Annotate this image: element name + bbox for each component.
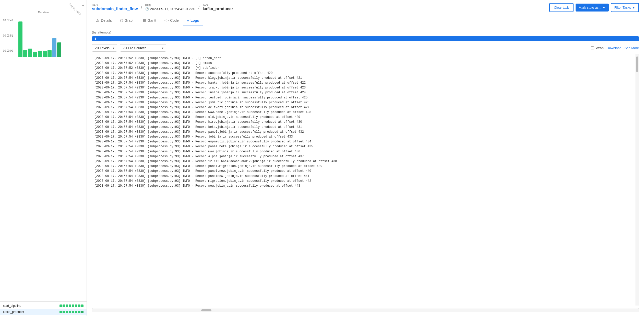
log-line: [2023-09-17, 20:57:54 +0330] {subprocess… — [94, 169, 637, 174]
bar-segment — [38, 51, 42, 57]
tab-graph-label: Graph — [125, 18, 135, 22]
y-label-mid: 00:03:51 — [3, 34, 13, 37]
bar-segment — [43, 51, 47, 57]
header-actions: Clear task Mark state as... ▼ Filter Tas… — [549, 3, 639, 12]
log-line: [2023-09-17, 20:57:54 +0330] {subprocess… — [94, 71, 637, 76]
mark-state-button[interactable]: Mark state as... ▼ — [576, 4, 609, 12]
dag-value[interactable]: subdomain_finder_flow — [92, 7, 138, 11]
bar-segment — [28, 49, 32, 57]
log-line: [2023-09-17, 20:57:54 +0330] {subprocess… — [94, 139, 637, 144]
log-line: [2023-09-17, 20:57:54 +0330] {subprocess… — [94, 85, 637, 90]
log-line: [2023-09-17, 20:57:54 +0330] {subprocess… — [94, 130, 637, 134]
status-dot — [63, 311, 65, 313]
levels-select-wrapper: All Levels — [92, 44, 117, 52]
tab-code[interactable]: <> Code — [160, 15, 183, 26]
v-scroll-thumb[interactable] — [636, 57, 638, 72]
status-dots — [59, 311, 84, 313]
log-line: [2023-09-17, 20:57:52 +0330] {subprocess… — [94, 56, 637, 61]
mark-state-label: Mark state as... — [579, 6, 601, 9]
breadcrumb: DAG subdomain_finder_flow / Run 🕐 2023-0… — [92, 4, 546, 11]
attempt-badge[interactable]: 1 — [92, 36, 639, 41]
bar-segment — [23, 50, 27, 57]
dropdown-arrow-icon: ▼ — [632, 6, 635, 9]
horizontal-scrollbar[interactable] — [92, 309, 639, 312]
vertical-scrollbar[interactable] — [636, 54, 639, 306]
status-dot — [81, 304, 84, 307]
status-dot — [72, 304, 74, 307]
tab-code-label: Code — [170, 18, 178, 22]
status-dot — [81, 311, 84, 313]
bar-7 — [47, 50, 52, 57]
sources-select[interactable]: All File Sources — [120, 44, 166, 52]
log-line: [2023-09-17, 20:57:54 +0330] {subprocess… — [94, 184, 637, 188]
gantt-icon: ▦ — [143, 18, 146, 22]
log-line: [2023-09-17, 20:57:54 +0330] {subprocess… — [94, 76, 637, 81]
log-line: [2023-09-17, 20:57:54 +0330] {subprocess… — [94, 105, 637, 110]
log-line: [2023-09-17, 20:57:54 +0330] {subprocess… — [94, 159, 637, 164]
pipeline-list: start_pipeline kafka_producer — [0, 301, 87, 316]
task-label: Task — [203, 4, 233, 7]
logs-panel: (by attempts) 1 All Levels All File Sour… — [87, 26, 644, 316]
download-link[interactable]: Download — [607, 46, 622, 50]
details-icon: ⚠ — [96, 18, 99, 22]
filter-tasks-label: Filter Tasks — [614, 6, 631, 9]
breadcrumb-run: Run 🕐 2023-09-17, 20:54:42 +0330 — [145, 4, 195, 11]
pipeline-item-kafka[interactable]: kafka_producer — [0, 309, 87, 315]
status-dot — [69, 304, 71, 307]
see-more-link[interactable]: See More — [625, 46, 639, 50]
wrap-label[interactable]: Wrap — [591, 46, 604, 50]
attempts-label: (by attempts) — [92, 30, 639, 34]
bar-segment — [18, 21, 22, 57]
log-line: [2023-09-17, 20:57:54 +0330] {subprocess… — [94, 115, 637, 120]
run-label: Run — [145, 4, 195, 7]
bar-2 — [23, 50, 27, 57]
tab-details-label: Details — [101, 18, 112, 22]
log-line: [2023-09-17, 20:57:54 +0330] {subprocess… — [94, 164, 637, 169]
bar-4 — [33, 52, 37, 57]
run-datetime: 2023-09-17, 20:54:42 +0330 — [150, 7, 195, 11]
tab-bar: ⚠ Details ⬡ Graph ▦ Gantt <> Code ≡ Logs — [87, 15, 644, 26]
sidebar: « Duration Aug 31, 15:16 00:07:43 00:03:… — [0, 0, 87, 316]
clear-task-button[interactable]: Clear task — [549, 3, 574, 12]
status-dot — [69, 311, 71, 313]
bar-6 — [43, 51, 47, 57]
status-dot — [78, 304, 80, 307]
log-controls: All Levels All File Sources Wrap Downloa… — [92, 44, 639, 52]
dag-label: DAG — [92, 4, 138, 7]
bar-8 — [52, 38, 56, 57]
bar-9 — [57, 42, 61, 57]
log-content[interactable]: [2023-09-17, 20:57:52 +0330] {subprocess… — [92, 54, 639, 309]
status-dot — [78, 311, 80, 313]
log-lines-container: [2023-09-17, 20:57:52 +0330] {subprocess… — [94, 56, 637, 188]
levels-select[interactable]: All Levels — [92, 44, 117, 52]
code-icon: <> — [164, 18, 169, 22]
run-value: 🕐 2023-09-17, 20:54:42 +0330 — [145, 7, 195, 11]
filter-tasks-button[interactable]: Filter Tasks ▼ — [611, 3, 639, 12]
log-line: [2023-09-17, 20:57:54 +0330] {subprocess… — [94, 174, 637, 179]
tab-logs[interactable]: ≡ Logs — [183, 15, 203, 26]
bar-5 — [38, 51, 42, 57]
log-line: [2023-09-17, 20:57:54 +0330] {subprocess… — [94, 134, 637, 139]
graph-icon: ⬡ — [120, 18, 123, 22]
log-line: [2023-09-17, 20:57:54 +0330] {subprocess… — [94, 179, 637, 184]
status-dot — [66, 311, 68, 313]
separator-2: / — [198, 5, 200, 10]
log-line: [2023-09-17, 20:57:54 +0330] {subprocess… — [94, 110, 637, 115]
tab-details[interactable]: ⚠ Details — [92, 15, 116, 26]
pipeline-item-start[interactable]: start_pipeline — [0, 303, 87, 309]
status-dot — [72, 311, 74, 313]
log-line: [2023-09-17, 20:57:54 +0330] {subprocess… — [94, 120, 637, 125]
task-value: kafka_producer — [203, 7, 233, 11]
tab-graph[interactable]: ⬡ Graph — [116, 15, 139, 26]
log-line: [2023-09-17, 20:57:52 +0330] {subprocess… — [94, 66, 637, 71]
wrap-checkbox[interactable] — [591, 46, 594, 50]
tab-gantt[interactable]: ▦ Gantt — [139, 15, 160, 26]
wrap-text: Wrap — [596, 46, 604, 50]
bar-segment — [47, 50, 52, 57]
sidebar-collapse-button[interactable]: « — [82, 3, 85, 8]
main-content: DAG subdomain_finder_flow / Run 🕐 2023-0… — [87, 0, 644, 316]
h-scroll-thumb[interactable] — [201, 309, 211, 311]
bars-container — [18, 19, 84, 57]
status-dot — [66, 304, 68, 307]
y-label-top: 00:07:43 — [3, 19, 13, 22]
